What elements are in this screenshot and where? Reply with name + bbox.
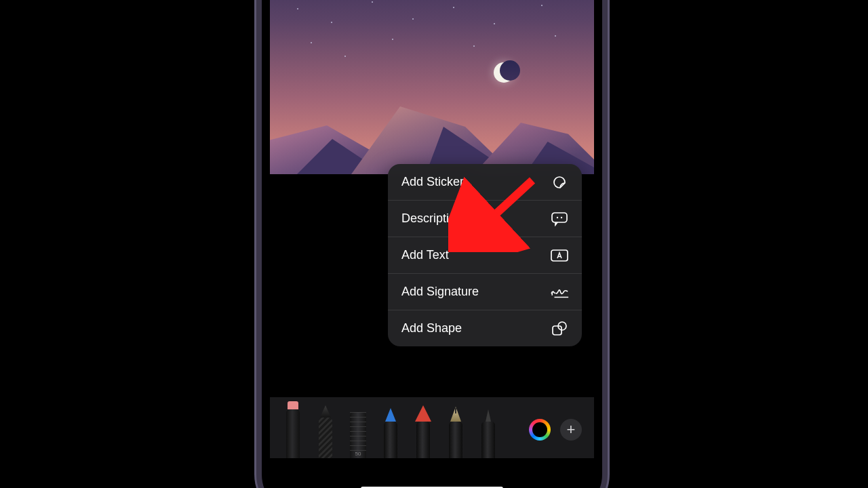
ruler-value: 50 [344, 451, 372, 457]
markup-toolbar: 50 + [270, 396, 594, 458]
add-button[interactable]: + [560, 419, 582, 441]
tool-blue-pencil[interactable] [377, 400, 404, 458]
menu-item-add-sticker[interactable]: Add Sticker [388, 164, 582, 201]
color-picker-button[interactable] [529, 419, 551, 441]
menu-item-description[interactable]: Description [388, 201, 582, 237]
menu-item-label: Add Sticker [401, 175, 464, 189]
speech-bubble-icon [549, 210, 570, 228]
svg-rect-0 [552, 213, 567, 222]
phone-frame: Add Sticker Description Add Text Add Sig… [262, 0, 602, 488]
menu-item-label: Description [401, 211, 462, 226]
sticker-icon [549, 174, 570, 191]
tool-fountain-pen[interactable] [442, 400, 469, 458]
phone-screen: Add Sticker Description Add Text Add Sig… [270, 0, 594, 488]
tool-hatch-pen[interactable] [312, 400, 339, 458]
svg-rect-4 [553, 326, 561, 335]
tool-ruler[interactable]: 50 [344, 400, 372, 458]
moon-icon [494, 62, 514, 83]
tool-marker[interactable] [279, 400, 307, 458]
tool-red-crayon[interactable] [410, 400, 437, 458]
text-box-icon [549, 247, 570, 264]
svg-point-2 [561, 216, 562, 218]
plus-icon: + [567, 421, 576, 439]
menu-item-label: Add Text [401, 248, 449, 262]
signature-icon [549, 283, 570, 301]
menu-item-label: Add Shape [401, 321, 462, 336]
menu-item-add-shape[interactable]: Add Shape [388, 310, 582, 346]
tool-fine-liner[interactable] [475, 400, 502, 458]
menu-item-label: Add Signature [401, 285, 479, 299]
drawing-tools: 50 [277, 400, 529, 458]
wallpaper-image[interactable] [270, 0, 594, 174]
menu-item-add-signature[interactable]: Add Signature [388, 274, 582, 310]
shapes-icon [549, 320, 570, 338]
add-menu-popup: Add Sticker Description Add Text Add Sig… [388, 164, 582, 346]
svg-point-1 [557, 216, 558, 218]
menu-item-add-text[interactable]: Add Text [388, 237, 582, 274]
